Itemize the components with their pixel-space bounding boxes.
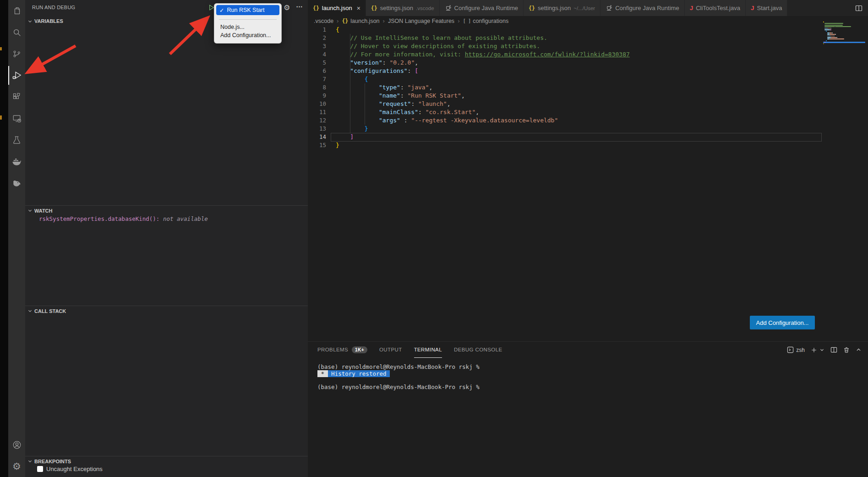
more-actions-icon[interactable]: … [296,1,303,9]
code-line-9[interactable]: 9 "name": "Run RSK Start", [308,92,868,100]
minimap-line [826,40,827,41]
new-terminal-button[interactable] [811,347,824,353]
debug-settings-gear-icon[interactable]: ⚙ [284,3,290,12]
minimap-line [827,36,830,37]
tab-detail: ~/.../User [573,5,595,11]
code-line-2[interactable]: 2 // Use IntelliSense to learn about pos… [308,34,868,42]
menu-item-nodejs[interactable]: Node.js... [214,23,281,31]
breadcrumb-item-launch-json[interactable]: {}launch.json [342,18,379,24]
panel-tab-problems[interactable]: PROBLEMS1K+ [317,342,367,358]
desktop-artifact [0,115,2,120]
activity-accounts-icon[interactable] [8,434,25,455]
breadcrumb-separator: › [383,17,385,24]
editor-group: {}launch.json×{}settings.json.vscodeConf… [308,0,868,477]
code-editor[interactable]: 1{2 // Use IntelliSense to learn about p… [308,26,868,149]
tab-label: Start.java [757,5,782,11]
split-pane-icon [830,346,837,353]
run-and-debug-sidebar: RUN AND DEBUG ⚙ … VARIABLES WATCH rskSys… [25,0,308,477]
watch-expression-row[interactable]: rskSystemProperties.databaseKind(): not … [39,215,208,222]
editor-tab-launch-json[interactable]: {}launch.json× [308,0,366,16]
section-header-watch[interactable]: WATCH [25,205,308,215]
code-line-10[interactable]: 10 "request": "launch", [308,100,868,108]
panel-tab-bar: PROBLEMS1K+OUTPUTTERMINALDEBUG CONSOLE [308,342,868,358]
tab-label: launch.json [322,5,352,11]
split-terminal-button[interactable] [830,346,837,353]
code-line-3[interactable]: 3 // Hover to view descriptions of exist… [308,42,868,50]
panel-tab-label: DEBUG CONSOLE [454,347,502,352]
activity-run-and-debug-icon[interactable] [8,65,25,86]
editor-tab-bar: {}launch.json×{}settings.json.vscodeConf… [308,0,868,16]
trash-icon [843,346,850,353]
menu-item-run-rsk-start[interactable]: ✓ Run RSK Start [216,5,279,15]
editor-tab-settings-json[interactable]: {}settings.json.vscode [366,0,440,16]
code-line-12[interactable]: 12 "args" : "--regtest -Xkeyvalue.dataso… [308,116,868,125]
editor-tab-configure-java-runtime[interactable]: Configure Java Runtime [440,0,524,16]
split-editor-button[interactable] [855,0,868,16]
panel-tab-debug-console[interactable]: DEBUG CONSOLE [454,342,502,358]
panel-actions: zsh [787,342,862,358]
activity-extensions-icon[interactable] [8,86,25,108]
section-header-call-stack[interactable]: CALL STACK [25,306,308,316]
breakpoint-checkbox[interactable] [37,466,43,472]
activity-source-control-icon[interactable] [8,43,25,65]
chevron-down-icon [27,19,33,24]
minimap-line [832,33,833,33]
breadcrumb-label: JSON Language Features [388,18,454,24]
editor-tab-settings-json[interactable]: {}settings.json~/.../User [524,0,601,16]
activity-remote-explorer-icon[interactable] [8,108,25,129]
breadcrumb-item--vscode[interactable]: .vscode [314,18,333,24]
activity-search-icon[interactable] [8,22,25,43]
activity-gradle-elephant-icon[interactable] [8,172,25,194]
code-line-6[interactable]: 6 "configurations": [ [308,67,868,75]
minimap-line [827,33,830,33]
editor-tab-configure-java-runtime[interactable]: Configure Java Runtime [601,0,684,16]
menu-item-add-configuration[interactable]: Add Configuration... [214,31,281,39]
line-number: 4 [308,50,326,59]
minimap-line [823,42,865,43]
activity-settings-icon[interactable]: ⚙ [8,455,25,477]
code-line-11[interactable]: 11 "mainClass": "co.rsk.Start", [308,108,868,116]
code-line-5[interactable]: 5 "version": "0.2.0", [308,59,868,67]
code-line-15[interactable]: 15} [308,141,868,149]
config-dropdown-menu: ✓ Run RSK Start Node.js... Add Configura… [214,3,282,44]
breakpoint-row-uncaught-exceptions[interactable]: Uncaught Exceptions [37,466,103,472]
breadcrumb-item-json-language-features[interactable]: JSON Language Features [388,18,454,24]
code-text: "args" : "--regtest -Xkeyvalue.datasourc… [336,116,558,125]
chevron-down-icon[interactable] [819,347,824,352]
check-icon: ✓ [219,7,224,14]
close-icon[interactable]: × [357,5,360,12]
activity-testing-icon[interactable] [8,129,25,151]
add-configuration-button[interactable]: Add Configuration... [750,316,815,329]
code-line-1[interactable]: 1{ [308,26,868,34]
minimap[interactable] [823,22,865,55]
panel-tab-terminal[interactable]: TERMINAL [414,342,442,358]
panel-tab-output[interactable]: OUTPUT [379,342,402,358]
code-line-13[interactable]: 13 } [308,125,868,133]
code-text: // For more information, visit: https://… [336,50,630,59]
kill-terminal-button[interactable] [843,346,850,353]
terminal-shell-selector[interactable]: zsh [787,346,805,353]
section-header-breakpoints[interactable]: BREAKPOINTS [25,456,308,466]
code-line-14[interactable]: 14 ] [308,133,868,141]
sidebar-title: RUN AND DEBUG [32,5,75,10]
java-file-icon: J [690,5,693,11]
code-line-4[interactable]: 4 // For more information, visit: https:… [308,50,868,59]
code-text: } [336,125,368,133]
editor-tab-start-java[interactable]: JStart.java [746,0,787,16]
breadcrumb-item-configurations[interactable]: [ ]configurations [463,18,508,24]
code-text: "request": "launch", [336,100,450,108]
maximize-panel-button[interactable] [856,347,862,353]
minimap-line [823,22,824,22]
code-line-8[interactable]: 8 "type": "java", [308,83,868,92]
terminal-output[interactable]: (base) reynoldmorel@Reynolds-MacBook-Pro… [317,364,480,391]
chevron-down-icon [27,459,33,464]
vscode-window: ⚙ RUN AND DEBUG ⚙ … VARIABLES WATCH rskS… [0,0,868,477]
breadcrumb-separator: › [337,17,338,24]
minimap-line [835,34,836,35]
editor-tab-clitoolstest-java[interactable]: JCliToolsTest.java [685,0,746,16]
section-label: BREAKPOINTS [34,459,71,464]
activity-docker-icon[interactable] [8,151,25,172]
array-brackets-icon: [ ] [463,18,470,24]
activity-explorer-icon[interactable] [8,0,25,22]
code-line-7[interactable]: 7 { [308,75,868,83]
